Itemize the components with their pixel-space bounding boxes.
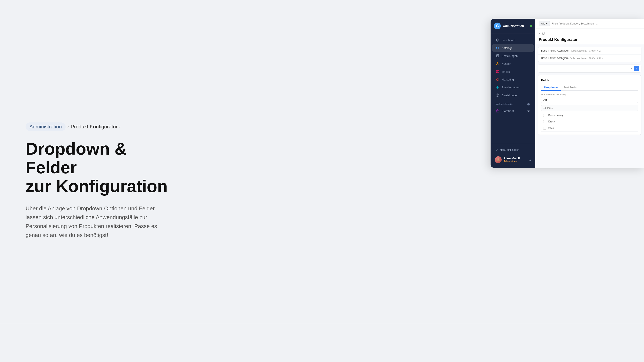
breadcrumb-admin[interactable]: Administration [26,122,66,131]
breadcrumb: Administration › Produkt Konfigurator › [26,122,175,131]
breadcrumb-arrow: › [119,124,121,129]
main-description: Über die Anlage von Dropdown-Optionen un… [26,204,158,240]
breadcrumb-separator: › [67,124,69,129]
main-heading: Dropdown & Felder zur Konfiguration [26,139,175,196]
left-section: Administration › Produkt Konfigurator › … [26,122,175,240]
breadcrumb-current: Produkt Konfigurator [70,124,118,130]
main-content: Administration › Produkt Konfigurator › … [0,0,644,362]
